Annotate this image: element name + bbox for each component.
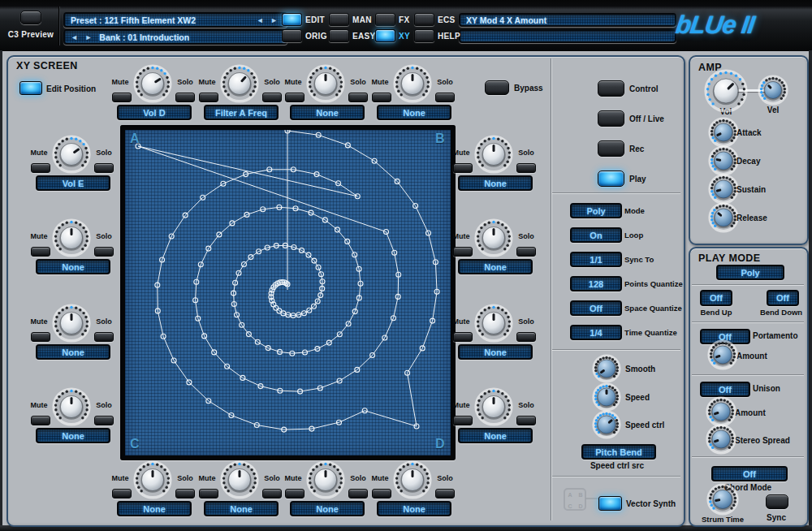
mod-source-display[interactable]: Vol E <box>36 175 110 191</box>
decay-knob[interactable] <box>708 145 739 176</box>
toggle-man[interactable] <box>329 13 349 26</box>
mute-button[interactable] <box>199 489 218 499</box>
mode-row-display[interactable]: 1/4 <box>570 325 622 340</box>
solo-button[interactable] <box>94 332 114 342</box>
bank-arrows[interactable]: ◄ ► <box>71 33 94 41</box>
solo-button[interactable] <box>348 93 368 102</box>
transport-control-button[interactable] <box>598 80 624 97</box>
attack-knob[interactable] <box>708 117 739 148</box>
mute-button[interactable] <box>112 489 132 499</box>
motion-knob[interactable] <box>592 354 621 383</box>
sustain-knob[interactable] <box>708 174 739 205</box>
solo-button[interactable] <box>175 489 195 499</box>
motion-knob[interactable] <box>592 410 621 439</box>
xy-mod-knob[interactable] <box>306 64 345 103</box>
vector-synth-checkbox[interactable] <box>598 496 622 511</box>
vol-knob[interactable] <box>704 69 748 113</box>
solo-button[interactable] <box>94 416 114 425</box>
mode-row-display[interactable]: 1/1 <box>570 252 622 267</box>
mod-source-display[interactable]: None <box>377 501 451 516</box>
solo-button[interactable] <box>94 247 114 257</box>
toggle-xy[interactable] <box>375 29 395 42</box>
xy-mod-knob[interactable] <box>52 135 91 174</box>
solo-button[interactable] <box>516 247 536 257</box>
xy-mod-knob[interactable] <box>474 218 513 257</box>
mod-source-display[interactable]: Filter A Freq <box>204 105 279 120</box>
mute-button[interactable] <box>453 247 473 257</box>
portamento-amount-knob[interactable] <box>707 339 738 370</box>
unison-amount-knob[interactable] <box>706 396 736 427</box>
preset-display[interactable]: Preset : 121 Fifth Element XW2 ◄ ► <box>63 12 287 28</box>
motion-knob[interactable] <box>592 382 621 412</box>
sync-button[interactable] <box>766 494 788 509</box>
mute-button[interactable] <box>453 163 473 173</box>
xy-mod-knob[interactable] <box>220 64 259 103</box>
solo-button[interactable] <box>516 163 536 173</box>
bypass-button[interactable] <box>485 80 509 95</box>
mode-row-display[interactable]: Poly <box>570 203 622 218</box>
mod-source-display[interactable]: None <box>36 259 110 274</box>
bank-display[interactable]: ◄ ► Bank : 01 Introduction <box>63 29 287 45</box>
xy-display[interactable]: ABCD <box>125 130 451 455</box>
solo-button[interactable] <box>435 93 455 102</box>
solo-button[interactable] <box>262 93 282 102</box>
mod-source-display[interactable]: Vol D <box>117 105 192 120</box>
solo-button[interactable] <box>435 489 455 499</box>
toggle-edit[interactable] <box>282 13 302 26</box>
mute-button[interactable] <box>31 416 50 425</box>
bend-down-display[interactable]: Off <box>767 290 799 306</box>
toggle-easy[interactable] <box>329 29 349 42</box>
transport-off---live-button[interactable] <box>598 110 624 127</box>
mod-source-display[interactable]: None <box>36 428 110 443</box>
release-knob[interactable] <box>708 202 739 233</box>
mute-button[interactable] <box>31 332 50 342</box>
mute-button[interactable] <box>285 93 304 102</box>
toggle-ecs[interactable] <box>414 13 434 26</box>
xy-mod-knob[interactable] <box>133 64 172 103</box>
mod-source-display[interactable]: None <box>458 344 533 360</box>
mute-button[interactable] <box>112 93 132 102</box>
unison-display[interactable]: Off <box>700 382 750 397</box>
mute-button[interactable] <box>372 489 391 499</box>
mod-source-display[interactable]: None <box>458 175 533 191</box>
mod-source-display[interactable]: None <box>377 105 451 120</box>
mod-source-display[interactable]: None <box>204 501 279 516</box>
mute-button[interactable] <box>453 416 473 425</box>
c3-preview-button[interactable] <box>20 11 41 24</box>
toggle-fx[interactable] <box>375 13 395 26</box>
solo-button[interactable] <box>262 489 282 499</box>
mute-button[interactable] <box>31 163 50 173</box>
xy-mod-knob[interactable] <box>393 64 432 103</box>
xy-mod-knob[interactable] <box>133 460 172 499</box>
mode-row-display[interactable]: 128 <box>570 276 622 291</box>
solo-button[interactable] <box>516 332 536 342</box>
xy-mod-knob[interactable] <box>474 387 513 426</box>
xy-mod-knob[interactable] <box>393 460 432 499</box>
edit-position-checkbox[interactable] <box>19 81 42 95</box>
mod-source-display[interactable]: None <box>458 259 533 274</box>
xy-mod-knob[interactable] <box>474 304 513 343</box>
transport-play-button[interactable] <box>598 171 624 187</box>
toggle-help[interactable] <box>414 29 434 42</box>
mute-button[interactable] <box>285 489 304 499</box>
mod-source-display[interactable]: None <box>36 344 110 360</box>
mute-button[interactable] <box>199 93 218 102</box>
mod-source-display[interactable]: None <box>458 428 533 443</box>
transport-rec-button[interactable] <box>598 140 624 157</box>
xy-mod-knob[interactable] <box>220 460 259 499</box>
toggle-orig[interactable] <box>282 29 302 42</box>
preset-arrows[interactable]: ◄ ► <box>257 16 280 24</box>
speed-ctrl-src-display[interactable]: Pitch Bend <box>581 444 656 460</box>
xy-mod-knob[interactable] <box>52 218 91 257</box>
vel-knob[interactable] <box>758 75 788 106</box>
mod-source-display[interactable]: None <box>290 105 365 120</box>
stereo-spread-knob[interactable] <box>706 424 736 455</box>
xy-mod-knob[interactable] <box>52 304 91 343</box>
mod-source-display[interactable]: None <box>117 501 192 516</box>
solo-button[interactable] <box>175 93 195 102</box>
solo-button[interactable] <box>516 416 536 425</box>
mute-button[interactable] <box>31 247 50 257</box>
solo-button[interactable] <box>348 489 368 499</box>
mode-row-display[interactable]: On <box>570 227 622 243</box>
solo-button[interactable] <box>94 163 114 173</box>
